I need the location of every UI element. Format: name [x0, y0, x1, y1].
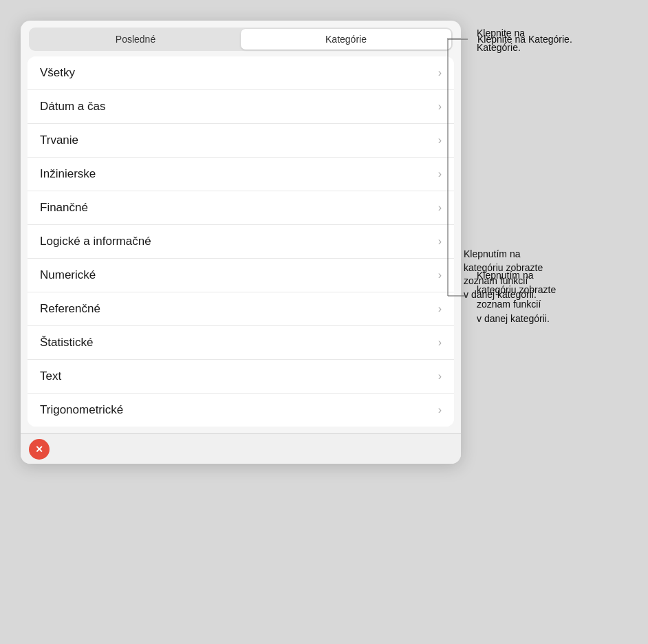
list-item-label-trigonometricke: Trigonometrické — [40, 403, 123, 417]
list-item-datum[interactable]: Dátum a čas› — [28, 90, 454, 124]
chevron-icon-numericke: › — [438, 269, 442, 281]
list-item-inzinierske[interactable]: Inžinierske› — [28, 158, 454, 191]
annotation-middle-container: Klepnutím nakategóriu zobraztezoznam fun… — [477, 268, 556, 326]
chevron-icon-trvanie: › — [438, 134, 442, 147]
chevron-icon-financne: › — [438, 202, 442, 214]
main-panel: Posledné Kategórie Všetky›Dátum a čas›Tr… — [21, 21, 461, 464]
chevron-icon-logicke: › — [438, 235, 442, 248]
list-item-financne[interactable]: Finančné› — [28, 191, 454, 225]
annotation-middle-text: Klepnutím nakategóriu zobraztezoznam fun… — [477, 270, 556, 324]
list-item-text[interactable]: Text› — [28, 360, 454, 394]
list-item-label-logicke: Logické a informačné — [40, 235, 151, 248]
list-item-label-financne: Finančné — [40, 201, 88, 215]
tab-categories[interactable]: Kategórie — [241, 29, 451, 50]
chevron-icon-statisticke: › — [438, 336, 442, 349]
list-item-label-statisticke: Štatistické — [40, 336, 93, 350]
chevron-icon-trigonometricke: › — [438, 404, 442, 416]
close-button[interactable]: ✕ — [29, 439, 50, 460]
list-item-label-numericke: Numerické — [40, 268, 96, 282]
chevron-icon-text: › — [438, 370, 442, 383]
segmented-control: Posledné Kategórie — [29, 28, 453, 51]
category-list: Všetky›Dátum a čas›Trvanie›Inžinierske›F… — [28, 56, 454, 427]
list-item-label-trvanie: Trvanie — [40, 133, 78, 147]
chevron-icon-inzinierske: › — [438, 168, 442, 180]
list-item-label-referencne: Referenčné — [40, 302, 100, 316]
list-item-numericke[interactable]: Numerické› — [28, 259, 454, 292]
chevron-icon-referencne: › — [438, 303, 442, 315]
bottom-bar: ✕ — [21, 433, 461, 464]
list-item-trvanie[interactable]: Trvanie› — [28, 124, 454, 158]
list-item-logicke[interactable]: Logické a informačné› — [28, 225, 454, 259]
tab-recent[interactable]: Posledné — [30, 29, 241, 50]
chevron-icon-datum: › — [438, 100, 442, 113]
list-item-label-vsetky: Všetky — [40, 66, 75, 80]
annotation-top-container: Klepnite naKategórie. — [477, 26, 525, 55]
list-item-label-text: Text — [40, 369, 61, 383]
list-item-vsetky[interactable]: Všetky› — [28, 56, 454, 90]
list-item-label-inzinierske: Inžinierske — [40, 167, 96, 181]
annotation-top-text: Klepnite naKategórie. — [477, 28, 525, 53]
list-item-referencne[interactable]: Referenčné› — [28, 292, 454, 326]
list-item-label-datum: Dátum a čas — [40, 100, 105, 114]
chevron-icon-vsetky: › — [438, 67, 442, 79]
list-item-statisticke[interactable]: Štatistické› — [28, 326, 454, 360]
list-item-trigonometricke[interactable]: Trigonometrické› — [28, 394, 454, 427]
